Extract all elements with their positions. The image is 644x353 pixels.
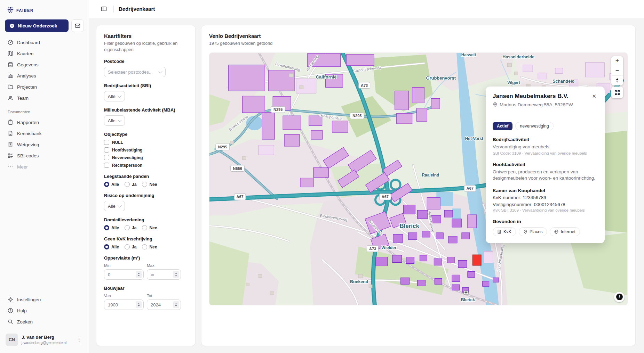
road-shield: A73 (359, 82, 370, 88)
sidebar-item-kennisbank[interactable]: Kennisbank (5, 128, 84, 139)
list-codes-icon (8, 153, 13, 158)
faiber-logo-icon (7, 7, 14, 14)
radio-icon[interactable] (142, 244, 147, 249)
radio-icon[interactable] (142, 182, 147, 187)
map-subtitle: 1975 gebouwen worden getoond (209, 41, 628, 47)
mba-label: Milieubelastende Activiteit (MBA) (104, 107, 188, 113)
zoom-in-button[interactable]: + (611, 56, 623, 66)
source-kvk-pill[interactable]: KvK (493, 227, 516, 236)
map-town-label: Grubbenvorst (426, 75, 456, 80)
stepper-icon[interactable] (136, 271, 142, 278)
sidebar-item-sbi-codes[interactable]: SBI-codes (5, 150, 84, 161)
new-research-button[interactable]: Nieuw Onderzoek (5, 19, 69, 32)
radio-icon[interactable] (125, 225, 130, 230)
sidebar-item-label: Wetgeving (17, 142, 39, 147)
map-canvas[interactable]: SevenumsewegHorsterwegCalifornischewegGr… (209, 52, 628, 305)
map-info-button[interactable]: i (614, 292, 625, 302)
fullscreen-button[interactable] (611, 87, 623, 98)
chevron-down-icon (118, 204, 121, 207)
sidebar-item-kaarten[interactable]: Kaarten (5, 48, 84, 59)
sidebar-item-team[interactable]: Team (5, 92, 84, 104)
svg-text:A73: A73 (361, 83, 368, 87)
sidebar-item-dashboard[interactable]: Dashboard (5, 37, 84, 48)
objecttype-label: Objecttype (104, 132, 188, 137)
checkbox-icon[interactable] (104, 147, 109, 153)
radio-icon[interactable] (104, 225, 109, 230)
user-profile[interactable]: CN J. van der Berg j.vandenberg@gemeente… (5, 332, 84, 347)
sidebar-item-wetgeving[interactable]: Wetgeving (5, 139, 84, 150)
sidebar-item-hulp[interactable]: Hulp (5, 305, 84, 316)
tot-label: Tot (147, 294, 181, 298)
sbi-select[interactable]: Alle (104, 91, 125, 101)
filters-title: Kaartfilters (104, 33, 188, 39)
mba-select[interactable]: Alle (104, 115, 125, 126)
radio-icon[interactable] (142, 225, 147, 230)
stepper-icon[interactable] (136, 301, 142, 308)
sidebar-item-analyses[interactable]: Analyses (5, 70, 84, 81)
mail-button[interactable] (71, 19, 84, 32)
radio-icon[interactable] (125, 244, 130, 249)
stepper-icon[interactable] (173, 301, 179, 308)
user-menu-kebab-icon[interactable]: ⋮ (75, 335, 83, 344)
document-icon (8, 131, 13, 136)
radio-icon[interactable] (104, 182, 109, 187)
map-town-label: Het Vorst (465, 136, 483, 141)
brand-name: FAIBER (16, 8, 33, 13)
location-pin-icon (493, 102, 498, 107)
radio-nee[interactable]: Nee (142, 182, 157, 187)
radio-icon[interactable] (125, 182, 130, 187)
folder-icon (8, 84, 13, 90)
svg-text:A67: A67 (382, 195, 389, 199)
radio-nee[interactable]: Nee (142, 244, 157, 249)
radio-alle[interactable]: Alle (104, 225, 119, 230)
road-shield: A67 (234, 194, 246, 200)
tilt-button[interactable] (611, 76, 623, 85)
radio-ja[interactable]: Ja (125, 244, 136, 249)
postcode-select[interactable]: Selecteer postcodes... (104, 67, 166, 77)
chevron-down-icon (118, 118, 121, 122)
checkbox-icon[interactable] (104, 140, 109, 145)
sidebar-spacer (5, 172, 84, 294)
radio-icon[interactable] (104, 244, 109, 249)
checkbox-label: Rechtspersoon (112, 163, 142, 168)
source-internet-pill[interactable]: Internet (550, 227, 580, 236)
radio-alle[interactable]: Alle (104, 182, 119, 187)
activity-text: Vervaardiging van meubels (493, 144, 598, 150)
ondermijning-select[interactable]: Alle (104, 201, 125, 211)
zoom-out-button[interactable]: − (611, 66, 623, 76)
sidebar-item-meer[interactable]: Meer (5, 161, 84, 172)
checkbox-null[interactable]: NULL (104, 140, 188, 145)
map-town-label: Schandelo (552, 79, 574, 83)
sidebar-item-label: Analyses (17, 73, 36, 79)
app-root: FAIBER Nieuw Onderzoek Dashboard Kaarten… (0, 0, 644, 353)
selected-building[interactable] (473, 255, 481, 265)
radio-nee[interactable]: Nee (142, 225, 157, 230)
stepper-icon[interactable] (173, 271, 179, 278)
map-town-label: Blerick (399, 222, 419, 229)
sidebar-item-rapporten[interactable]: Rapporten (5, 117, 84, 128)
sidebar-toggle-icon[interactable] (99, 4, 109, 14)
content: Kaartfilters Filter gebouwen op locatie,… (89, 18, 644, 353)
sidebar-item-projecten[interactable]: Projecten (5, 81, 84, 92)
radio-ja[interactable]: Ja (125, 182, 136, 187)
checkbox-rechtspersoon[interactable]: Rechtspersoon (104, 163, 188, 168)
sidebar-item-label: SBI-codes (17, 153, 39, 158)
mba-value: Alle (108, 118, 116, 123)
radio-alle[interactable]: Alle (104, 244, 119, 249)
checkbox-icon[interactable] (104, 163, 109, 168)
sidebar-item-zoeken[interactable]: Zoeken (5, 316, 84, 327)
checkbox-hoofdvestiging[interactable]: Hoofdvestiging (104, 147, 188, 153)
checkbox-icon[interactable] (104, 155, 109, 160)
activity-sbi: SBI Code: 3109 - Vervaardiging van overi… (493, 151, 598, 155)
checkbox-nevenvestiging[interactable]: Nevenvestiging (104, 155, 188, 160)
sidebar-item-instellingen[interactable]: Instellingen (5, 294, 84, 305)
topbar: Bedrijvenkaart (89, 0, 644, 18)
close-icon[interactable]: ✕ (590, 93, 598, 99)
svg-text:N295: N295 (218, 145, 227, 149)
svg-text:A73: A73 (369, 246, 376, 251)
source-places-pill[interactable]: Places (519, 227, 547, 236)
map-town-label: Blerick (461, 297, 475, 302)
radio-ja[interactable]: Ja (125, 225, 136, 230)
svg-text:A67: A67 (467, 186, 474, 190)
sidebar-item-gegevens[interactable]: Gegevens (5, 59, 84, 70)
